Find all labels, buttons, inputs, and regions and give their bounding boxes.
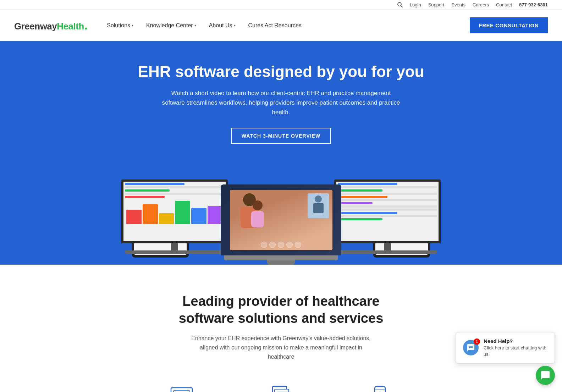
cards-row: Greenway Clinical Assist™ Greenway Docum… — [14, 382, 548, 392]
card-patient-connect[interactable]: Greenway Patient Connect™ — [341, 382, 419, 392]
top-bar: Login Support Events Careers Contact 877… — [0, 0, 562, 10]
top-careers[interactable]: Careers — [473, 2, 489, 7]
logo[interactable]: Greenway Health . — [14, 19, 88, 32]
leading-subtitle: Enhance your EHR experience with Greenwa… — [189, 334, 373, 361]
chevron-down-icon: ▾ — [194, 23, 196, 27]
svg-rect-2 — [171, 388, 192, 392]
monitor-right — [334, 180, 441, 254]
chat-subtitle: Click here to start chatting with us! — [484, 345, 547, 358]
navbar: Greenway Health . Solutions ▾ Knowledge … — [0, 10, 562, 41]
free-consultation-button[interactable]: FREE CONSULTATION — [470, 17, 548, 33]
card-clinical-assist[interactable]: Greenway Clinical Assist™ — [143, 382, 221, 392]
leading-section: Leading provider of healthcare software … — [0, 265, 562, 392]
nav-about-us[interactable]: About Us ▾ — [204, 19, 241, 32]
top-support[interactable]: Support — [428, 2, 445, 7]
laptop — [221, 184, 341, 265]
card-document-manager[interactable]: Greenway Document Manager™ — [242, 382, 320, 392]
nav-links: Solutions ▾ Knowledge Center ▾ About Us … — [102, 19, 469, 32]
chevron-down-icon: ▾ — [132, 23, 133, 27]
top-phone: 877-932-6301 — [519, 2, 548, 7]
chat-widget[interactable]: 1 Need Help? Click here to start chattin… — [456, 332, 555, 364]
svg-line-1 — [401, 6, 402, 7]
chat-badge: 1 — [474, 338, 480, 345]
chat-title: Need Help? — [484, 338, 547, 344]
hero-subtitle: Watch a short video to learn how our cli… — [160, 88, 402, 117]
clinical-icon — [167, 382, 196, 392]
document-icon — [266, 382, 295, 392]
chat-fab-icon — [540, 370, 550, 380]
hero-devices — [121, 158, 441, 265]
logo-greenway-text: Greenway — [14, 21, 57, 32]
top-contact[interactable]: Contact — [496, 2, 512, 7]
hero-section: EHR software designed by you for you Wat… — [0, 41, 562, 265]
patient-icon — [366, 382, 394, 392]
logo-period: . — [84, 19, 88, 31]
search-icon[interactable] — [397, 2, 403, 7]
chat-icon-wrap: 1 — [463, 340, 479, 355]
watch-overview-button[interactable]: WATCH 3-MINUTE OVERVIEW — [231, 128, 331, 144]
leading-title: Leading provider of healthcare software … — [157, 293, 405, 327]
nav-cures-act[interactable]: Cures Act Resources — [243, 19, 307, 32]
svg-rect-3 — [173, 391, 190, 392]
monitor-left — [121, 180, 228, 254]
nav-solutions[interactable]: Solutions ▾ — [102, 19, 138, 32]
chat-fab-button[interactable] — [536, 366, 555, 385]
top-login[interactable]: Login — [410, 2, 421, 7]
top-events[interactable]: Events — [451, 2, 465, 7]
nav-knowledge-center[interactable]: Knowledge Center ▾ — [141, 19, 201, 32]
chevron-down-icon: ▾ — [234, 23, 236, 27]
logo-health-text: Health — [57, 21, 84, 32]
svg-rect-8 — [275, 389, 289, 392]
chat-text: Need Help? Click here to start chatting … — [484, 338, 547, 358]
hero-title: EHR software designed by you for you — [14, 62, 548, 81]
